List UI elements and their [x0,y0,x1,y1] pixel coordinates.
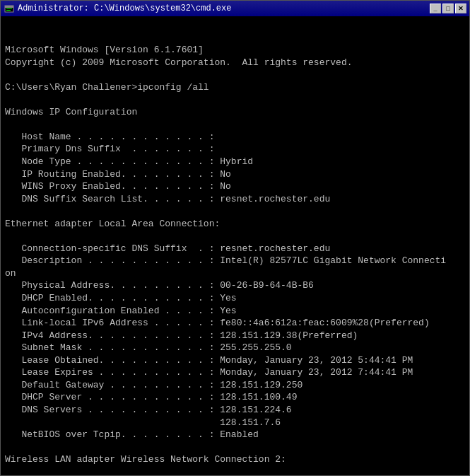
title-bar-title: Administrator: C:\Windows\system32\cmd.e… [18,4,427,13]
close-button[interactable]: ✕ [455,4,466,13]
svg-rect-3 [6,10,11,11]
title-bar-buttons: _ □ ✕ [430,4,466,13]
maximize-button[interactable]: □ [442,4,454,13]
svg-rect-2 [6,8,12,9]
title-bar: Administrator: C:\Windows\system32\cmd.e… [1,1,469,16]
cmd-window: Administrator: C:\Windows\system32\cmd.e… [0,0,470,476]
title-bar-icon [4,3,15,14]
console-text: Microsoft Windows [Version 6.1.7601] Cop… [5,44,465,475]
svg-rect-1 [5,6,13,8]
minimize-button[interactable]: _ [430,4,441,13]
console-output: Microsoft Windows [Version 6.1.7601] Cop… [1,16,469,475]
